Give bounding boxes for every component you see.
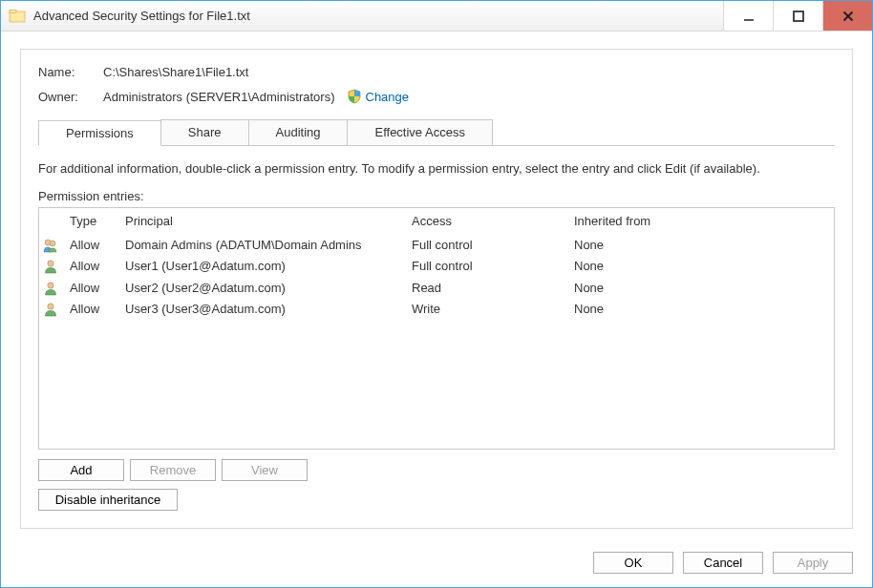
folder-icon — [9, 8, 26, 25]
column-type[interactable]: Type — [62, 208, 117, 234]
name-value: C:\Shares\Share1\File1.txt — [103, 65, 248, 79]
cell-access: Full control — [404, 234, 566, 256]
minimize-button[interactable] — [723, 1, 773, 31]
cell-inherited: None — [566, 234, 834, 256]
table-header-row: Type Principal Access Inherited from — [39, 208, 834, 234]
name-label: Name: — [38, 65, 103, 79]
cell-principal: Domain Admins (ADATUM\Domain Admins — [117, 234, 404, 256]
owner-label: Owner: — [38, 90, 103, 104]
tab-effective-access[interactable]: Effective Access — [347, 119, 492, 145]
tab-share[interactable]: Share — [160, 119, 249, 145]
disable-inheritance-button[interactable]: Disable inheritance — [38, 489, 178, 511]
add-button[interactable]: Add — [38, 459, 124, 481]
footer-buttons: OK Cancel Apply — [1, 542, 872, 587]
apply-button[interactable]: Apply — [773, 552, 853, 574]
view-button[interactable]: View — [222, 459, 308, 481]
tab-label: Share — [188, 125, 222, 139]
remove-button[interactable]: Remove — [130, 459, 216, 481]
content-area: Name: C:\Shares\Share1\File1.txt Owner: … — [1, 32, 872, 542]
permissions-table: Type Principal Access Inherited from All… — [39, 208, 834, 320]
cancel-button[interactable]: Cancel — [683, 552, 763, 574]
cell-type: Allow — [62, 299, 117, 321]
cell-access: Write — [404, 299, 566, 321]
tab-label: Permissions — [66, 126, 134, 140]
column-principal[interactable]: Principal — [117, 208, 404, 234]
svg-rect-1 — [10, 10, 16, 12]
svg-point-7 — [50, 241, 55, 246]
titlebar: Advanced Security Settings for File1.txt — [1, 1, 872, 32]
svg-point-10 — [48, 304, 53, 309]
cell-inherited: None — [566, 299, 834, 321]
permissions-listbox[interactable]: Type Principal Access Inherited from All… — [38, 207, 835, 450]
close-button[interactable] — [822, 1, 872, 31]
cell-principal: User1 (User1@Adatum.com) — [117, 256, 404, 278]
maximize-icon — [793, 10, 804, 22]
svg-point-8 — [48, 261, 53, 266]
table-row[interactable]: AllowUser2 (User2@Adatum.com)ReadNone — [39, 277, 834, 299]
table-row[interactable]: AllowDomain Admins (ADATUM\Domain Admins… — [39, 234, 834, 256]
svg-rect-3 — [794, 11, 803, 21]
column-inherited[interactable]: Inherited from — [566, 208, 834, 234]
cell-type: Allow — [62, 234, 117, 256]
tabs: Permissions Share Auditing Effective Acc… — [38, 119, 835, 146]
cell-principal: User2 (User2@Adatum.com) — [117, 277, 404, 299]
close-icon — [842, 10, 854, 22]
minimize-icon — [743, 10, 755, 22]
shield-icon — [347, 89, 362, 104]
ok-button[interactable]: OK — [593, 552, 673, 574]
owner-row: Owner: Administrators (SERVER1\Administr… — [38, 89, 835, 104]
cell-type: Allow — [62, 277, 117, 299]
window: Advanced Security Settings for File1.txt… — [0, 0, 873, 588]
cell-access: Full control — [404, 256, 566, 278]
titlebar-buttons — [723, 1, 872, 31]
svg-point-9 — [48, 282, 53, 287]
entries-label: Permission entries: — [38, 189, 835, 203]
svg-rect-2 — [744, 19, 754, 21]
table-row[interactable]: AllowUser1 (User1@Adatum.com)Full contro… — [39, 256, 834, 278]
main-panel: Name: C:\Shares\Share1\File1.txt Owner: … — [20, 49, 853, 529]
user-icon — [39, 256, 62, 278]
group-icon — [39, 234, 62, 256]
name-row: Name: C:\Shares\Share1\File1.txt — [38, 65, 835, 79]
tab-permissions[interactable]: Permissions — [38, 120, 161, 146]
tab-auditing[interactable]: Auditing — [248, 119, 349, 145]
user-icon — [39, 277, 62, 299]
change-owner-link[interactable]: Change — [366, 90, 410, 104]
cell-principal: User3 (User3@Adatum.com) — [117, 299, 404, 321]
cell-inherited: None — [566, 256, 834, 278]
maximize-button[interactable] — [773, 1, 822, 31]
table-row[interactable]: AllowUser3 (User3@Adatum.com)WriteNone — [39, 299, 834, 321]
column-access[interactable]: Access — [404, 208, 566, 234]
cell-access: Read — [404, 277, 566, 299]
tab-label: Effective Access — [374, 125, 464, 139]
info-text: For additional information, double-click… — [38, 161, 835, 176]
owner-value: Administrators (SERVER1\Administrators) — [103, 90, 335, 104]
tab-label: Auditing — [276, 125, 321, 139]
column-icon[interactable] — [39, 208, 62, 234]
cell-type: Allow — [62, 256, 117, 278]
window-title: Advanced Security Settings for File1.txt — [33, 9, 723, 23]
cell-inherited: None — [566, 277, 834, 299]
user-icon — [39, 299, 62, 321]
permission-buttons-row: Add Remove View — [38, 459, 835, 481]
